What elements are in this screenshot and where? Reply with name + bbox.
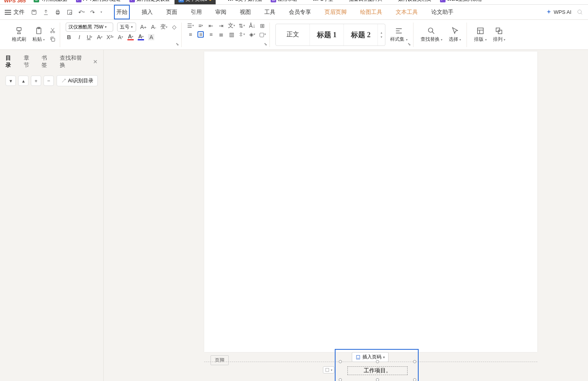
font-family-select[interactable]: 汉仪雅酷黑 75W▾ (66, 23, 113, 32)
decrease-indent-icon[interactable]: ⇤ (208, 23, 214, 29)
file-menu[interactable]: 文件 (13, 9, 25, 16)
find-replace-button[interactable]: 查找替换 ▾ (419, 26, 444, 44)
qat-more[interactable]: ▾ (101, 10, 102, 14)
style-gallery[interactable]: 正文 标题 1 标题 2 ▴▾ (275, 24, 385, 46)
wps-ai-button[interactable]: WPS AI (546, 9, 571, 15)
doc-tab[interactable]: WWPS学堂 (302, 0, 337, 4)
style-normal[interactable]: 正文 (276, 24, 310, 45)
menu-tab-home[interactable]: 开始 (114, 5, 130, 19)
menu-tab-view[interactable]: 视图 (238, 5, 252, 19)
collapse-up-button[interactable]: ▴ (18, 76, 28, 86)
font-dialog-launcher[interactable]: ⬊ (176, 42, 179, 46)
print-icon[interactable] (55, 9, 61, 15)
style-heading1[interactable]: 标题 1 (310, 24, 344, 45)
arrange-button[interactable]: 排列 ▾ (491, 26, 507, 44)
sidebar-tab-catalog[interactable]: 目录 (6, 55, 16, 69)
bold-icon[interactable]: B (66, 34, 72, 40)
add-button[interactable]: + (31, 76, 41, 86)
menu-tab-references[interactable]: 引用 (189, 5, 203, 19)
expand-down-button[interactable]: ▾ (6, 76, 16, 86)
resize-handle[interactable] (413, 378, 416, 381)
sort-icon[interactable]: ⇅▾ (239, 23, 245, 29)
style-heading2[interactable]: 标题 2 (344, 24, 378, 45)
shading-icon[interactable]: ◈▾ (249, 31, 255, 38)
text-direction-icon[interactable]: 文▾ (228, 23, 235, 29)
font-size-select[interactable]: 五号▾ (117, 23, 136, 32)
paragraph-dialog-launcher[interactable]: ⬊ (264, 42, 267, 46)
highlight-icon[interactable]: A▾ (127, 34, 134, 40)
preview-icon[interactable] (66, 9, 73, 15)
paragraph-options-button[interactable]: ▾ (323, 366, 334, 373)
strikethrough-icon[interactable]: A̶▾ (97, 34, 103, 40)
paste-button[interactable]: 粘贴 ▾ (31, 26, 46, 44)
change-case-icon[interactable]: 变▾ (161, 24, 167, 30)
save-icon[interactable] (31, 9, 37, 15)
line-spacing-icon[interactable]: ⇳▾ (239, 31, 245, 38)
hamburger-icon[interactable] (5, 10, 11, 15)
number-list-icon[interactable]: ≡▾ (197, 23, 204, 29)
menu-tab-header-footer[interactable]: 页眉页脚 (323, 5, 348, 19)
doc-tab[interactable]: WWPS文字如何批 (216, 0, 266, 4)
footer-text-content[interactable]: 工作项目。 (347, 366, 408, 375)
sidebar-tab-find[interactable]: 查找和替换 (60, 55, 85, 69)
distribute-icon[interactable]: ▥ (228, 31, 235, 38)
menu-tab-page[interactable]: 页面 (165, 5, 179, 19)
footer-textbox[interactable]: 工作项目。 (340, 362, 415, 380)
paragraph-marks-icon[interactable]: ⊞ (259, 23, 266, 29)
sidebar-tab-bookmark[interactable]: 书签 (42, 55, 52, 69)
close-sidebar-icon[interactable]: ✕ (93, 59, 98, 65)
font-color-icon[interactable]: A▾ (138, 34, 144, 40)
align-right-icon[interactable]: ≡ (208, 31, 214, 38)
style-gallery-more[interactable]: ▴▾ (378, 31, 385, 39)
copy-icon[interactable] (49, 36, 56, 42)
select-button[interactable]: 选择 ▾ (447, 26, 463, 44)
styles-dialog-launcher[interactable]: ⬊ (408, 42, 411, 46)
style-set-button[interactable]: 样式集 ▾ (389, 26, 409, 44)
remove-button[interactable]: − (44, 76, 54, 86)
increase-indent-icon[interactable]: ⇥ (218, 23, 224, 29)
superscript-icon[interactable]: X²▾ (107, 34, 113, 40)
resize-handle[interactable] (376, 360, 379, 363)
align-center-icon[interactable]: ≡ (197, 31, 204, 38)
doc-tab[interactable]: P如何自定义设置 (125, 0, 174, 4)
layout-button[interactable]: 排版 ▾ (472, 26, 488, 44)
undo-button[interactable]: ↶▾ (78, 9, 85, 15)
cut-icon[interactable] (49, 27, 56, 34)
doc-tab[interactable]: W如何设置文档页 (387, 0, 435, 4)
sidebar-tab-chapter[interactable]: 章节 (24, 55, 34, 69)
text-effects-icon[interactable]: A▾ (117, 34, 123, 40)
menu-tab-thesis[interactable]: 论文助手 (430, 5, 455, 19)
doc-tab[interactable]: W批量调整图片大 (338, 0, 386, 4)
doc-tab[interactable]: PPPT如何插入超链 (72, 0, 125, 4)
search-icon[interactable] (577, 9, 583, 15)
bullet-list-icon[interactable]: ☰▾ (187, 23, 193, 29)
doc-tab-active[interactable]: W文字文稿1● (175, 0, 216, 4)
menu-tab-member[interactable]: 会员专享 (287, 5, 313, 19)
menu-tab-insert[interactable]: 插入 (140, 5, 154, 19)
ai-catalog-button[interactable]: AI识别目录 (57, 75, 98, 86)
italic-icon[interactable]: I (76, 34, 82, 40)
document-page[interactable] (204, 51, 537, 352)
doc-tab[interactable]: PWord里插入表格 (436, 0, 486, 4)
insert-page-number-button[interactable]: 插入页码▾ (352, 352, 389, 362)
increase-font-icon[interactable]: A+ (140, 24, 146, 30)
resize-handle[interactable] (339, 378, 342, 381)
decrease-font-icon[interactable]: A- (150, 24, 157, 30)
underline-icon[interactable]: U▾ (86, 34, 93, 40)
menu-tab-drawing-tools[interactable]: 绘图工具 (358, 5, 384, 19)
share-icon[interactable] (43, 9, 49, 15)
doc-tab[interactable]: S4月清洗数据 (30, 0, 71, 4)
clear-format-icon[interactable]: ◇ (171, 24, 177, 30)
resize-handle[interactable] (413, 360, 416, 363)
align-justify-icon[interactable]: ≣ (218, 31, 224, 38)
resize-handle[interactable] (339, 360, 342, 363)
show-marks-icon[interactable]: Å↓ (249, 23, 255, 29)
char-shading-icon[interactable]: A (148, 34, 154, 40)
document-area[interactable]: 页脚 插入页码▾ ▾ 工作项目。 (104, 50, 588, 381)
doc-tab[interactable]: ⊞应用市场 (267, 0, 301, 4)
borders-icon[interactable]: ▢▾ (259, 31, 266, 38)
menu-tab-text-tools[interactable]: 文本工具 (394, 5, 419, 19)
resize-handle[interactable] (376, 378, 379, 381)
menu-tab-review[interactable]: 审阅 (214, 5, 228, 19)
align-left-icon[interactable]: ≡ (187, 31, 193, 38)
